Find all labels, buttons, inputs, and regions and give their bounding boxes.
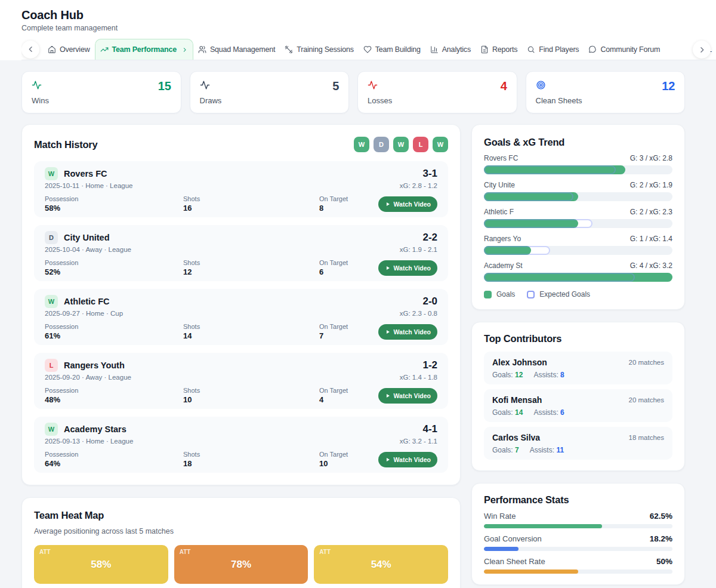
watch-video-label: Watch Video xyxy=(394,392,431,399)
tab-training-sessions[interactable]: Training Sessions xyxy=(280,39,359,60)
tab-community-forum[interactable]: Community Forum xyxy=(584,39,665,60)
stat-card-draws: 5Draws xyxy=(190,71,350,113)
xg-team-name: Athletic F xyxy=(484,208,514,216)
match-meta: 2025-09-20 · Away · League xyxy=(45,373,131,381)
target-icon xyxy=(536,80,546,90)
opponent-name: City United xyxy=(64,233,110,242)
player-assists: Assists: 6 xyxy=(533,408,564,417)
app-subtitle: Complete team management xyxy=(21,24,716,32)
heat-map-cell: ATT58% xyxy=(34,545,168,584)
tab-analytics[interactable]: Analytics xyxy=(425,39,476,60)
performance-stats-title: Performance Stats xyxy=(484,494,672,506)
watch-video-button[interactable]: Watch Video xyxy=(378,324,437,340)
perf-stat-track xyxy=(484,569,672,574)
xg-team-name: City Unite xyxy=(484,181,515,189)
form-badge-w: W xyxy=(433,137,448,152)
top-contributors-card: Top Contributors Alex Johnson20 matchesG… xyxy=(471,322,685,471)
stat-value: 4 xyxy=(501,80,507,92)
chevron-left-icon xyxy=(26,45,35,54)
perf-stat-track xyxy=(484,547,672,551)
watch-video-button[interactable]: Watch Video xyxy=(378,452,437,467)
watch-video-button[interactable]: Watch Video xyxy=(378,196,437,212)
player-name: Alex Johnson xyxy=(492,358,547,367)
tab-label: Community Forum xyxy=(600,45,660,54)
form-badge-d: D xyxy=(374,137,389,152)
xg-team-name: Academy St xyxy=(484,261,523,270)
heat-map-cell: ATT54% xyxy=(314,545,448,584)
stat-label: Losses xyxy=(368,97,507,104)
watch-video-label: Watch Video xyxy=(394,264,431,272)
match-meta: 2025-10-11 · Home · League xyxy=(45,181,132,190)
tab-team-performance[interactable]: Team Performance xyxy=(95,39,193,60)
watch-video-button[interactable]: Watch Video xyxy=(378,388,437,404)
match-xg: xG: 2.8 - 1.2 xyxy=(400,181,437,190)
tabs-scroll-left-button[interactable] xyxy=(21,41,39,59)
match-xg: xG: 2.3 - 0.8 xyxy=(400,309,437,318)
tab-team-building[interactable]: Team Building xyxy=(359,39,425,60)
shots-stat: Shots10 xyxy=(183,387,319,404)
tab-squad-management[interactable]: Squad Management xyxy=(193,39,280,60)
tab-bar: OverviewTeam PerformanceSquad Management… xyxy=(21,39,716,60)
activity-icon xyxy=(368,80,378,90)
watch-video-label: Watch Video xyxy=(394,456,431,463)
tab-label: Team Building xyxy=(375,45,421,54)
player-name: Carlos Silva xyxy=(492,433,540,442)
player-goals: Goals: 12 xyxy=(492,371,523,379)
play-icon xyxy=(385,393,391,399)
zone-label: ATT xyxy=(39,549,51,555)
xg-bar xyxy=(484,246,550,255)
form-badges: WDWLW xyxy=(354,137,448,152)
xg-value-label: G: 2 / xG: 1.9 xyxy=(630,181,672,189)
tab-reports[interactable]: Reports xyxy=(476,39,522,60)
tabs-scroll-right-button[interactable] xyxy=(693,41,711,59)
stat-label: Draws xyxy=(200,97,340,104)
perf-stat-label: Win Rate xyxy=(484,512,516,521)
on-target-stat: On Target8 xyxy=(319,195,378,213)
shots-stat: Shots18 xyxy=(183,451,319,468)
play-icon xyxy=(385,329,391,335)
left-column: Match History WDWLW WRovers FC3-12025-10… xyxy=(21,124,461,588)
play-icon xyxy=(385,201,391,207)
tab-label: Analytics xyxy=(442,45,471,54)
match-xg: xG: 1.9 - 2.1 xyxy=(400,245,437,254)
perf-stat-fill xyxy=(484,569,578,574)
xg-team-name: Rovers FC xyxy=(484,154,518,162)
play-icon xyxy=(385,265,391,271)
tab-find-players[interactable]: Find Players xyxy=(522,39,584,60)
on-target-stat: On Target6 xyxy=(319,259,378,276)
result-badge: W xyxy=(45,295,58,308)
search-icon xyxy=(527,45,535,54)
tab-overview[interactable]: Overview xyxy=(43,39,95,60)
player-matches: 18 matches xyxy=(629,434,664,441)
possession-stat: Possession61% xyxy=(45,323,183,340)
watch-video-label: Watch Video xyxy=(394,201,431,208)
on-target-stat: On Target7 xyxy=(319,323,378,340)
app-title: Coach Hub xyxy=(21,8,716,21)
match-row: LRangers Youth1-22025-09-20 · Away · Lea… xyxy=(34,353,448,409)
xg-bar-track xyxy=(484,273,672,282)
match-score: 2-0 xyxy=(422,295,437,307)
perf-stat-label: Clean Sheet Rate xyxy=(484,557,545,566)
possession-stat: Possession64% xyxy=(45,451,183,468)
xg-value-label: G: 4 / xG: 3.2 xyxy=(630,261,672,270)
tab-label: Team Performance xyxy=(112,45,177,54)
match-history-title: Match History xyxy=(34,139,98,150)
play-icon xyxy=(385,457,391,463)
home-icon xyxy=(48,45,56,54)
player-goals: Goals: 7 xyxy=(492,446,519,454)
watch-video-button[interactable]: Watch Video xyxy=(378,260,437,276)
result-badge: D xyxy=(45,231,58,244)
xg-legend: GoalsExpected Goals xyxy=(484,290,672,298)
legend-expected-goals: Expected Goals xyxy=(527,290,590,298)
dumbbell-icon xyxy=(285,45,293,54)
heat-map-card: Team Heat Map Average positioning across… xyxy=(21,497,461,588)
player-assists: Assists: 8 xyxy=(533,371,564,379)
result-badge: L xyxy=(45,359,58,372)
match-history-card: Match History WDWLW WRovers FC3-12025-10… xyxy=(21,124,461,485)
perf-stat-track xyxy=(484,524,672,528)
perf-stat-label: Goal Conversion xyxy=(484,534,542,543)
performance-stat-row: Goal Conversion18.2% xyxy=(484,534,672,551)
xg-bar xyxy=(484,165,616,174)
match-meta: 2025-09-27 · Home · Cup xyxy=(45,309,123,318)
main-content: 15Wins5Draws4Losses12Clean Sheets Match … xyxy=(0,60,716,588)
